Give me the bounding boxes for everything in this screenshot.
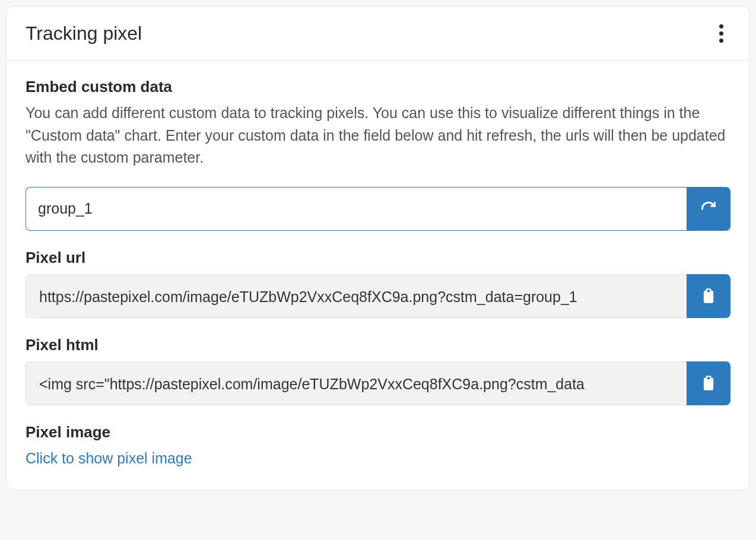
clipboard-icon — [700, 288, 717, 304]
more-menu-button[interactable] — [712, 20, 730, 47]
custom-data-input[interactable] — [26, 187, 687, 231]
custom-data-input-row — [26, 187, 730, 231]
pixel-html-value[interactable]: <img src="https://pastepixel.com/image/e… — [26, 361, 687, 405]
card-title: Tracking pixel — [26, 23, 142, 45]
copy-html-button[interactable] — [687, 361, 730, 405]
card-body: Embed custom data You can add different … — [7, 61, 749, 490]
embed-section-title: Embed custom data — [26, 78, 730, 96]
copy-url-button[interactable] — [687, 274, 730, 318]
card-header: Tracking pixel — [7, 7, 749, 61]
pixel-url-row: https://pastepixel.com/image/eTUZbWp2Vxx… — [26, 274, 730, 318]
refresh-icon — [700, 201, 717, 217]
pixel-url-value[interactable]: https://pastepixel.com/image/eTUZbWp2Vxx… — [26, 274, 687, 318]
pixel-url-label: Pixel url — [26, 249, 730, 267]
pixel-image-label: Pixel image — [26, 423, 730, 441]
kebab-icon — [719, 24, 723, 28]
kebab-icon — [719, 31, 723, 36]
embed-description: You can add different custom data to tra… — [26, 102, 730, 169]
tracking-pixel-card: Tracking pixel Embed custom data You can… — [6, 6, 750, 490]
pixel-html-row: <img src="https://pastepixel.com/image/e… — [26, 361, 730, 405]
clipboard-icon — [700, 375, 717, 392]
pixel-html-label: Pixel html — [26, 336, 730, 354]
show-pixel-image-link[interactable]: Click to show pixel image — [26, 450, 192, 467]
kebab-icon — [719, 39, 723, 43]
refresh-button[interactable] — [687, 187, 730, 231]
pixel-image-section: Pixel image Click to show pixel image — [26, 423, 730, 467]
